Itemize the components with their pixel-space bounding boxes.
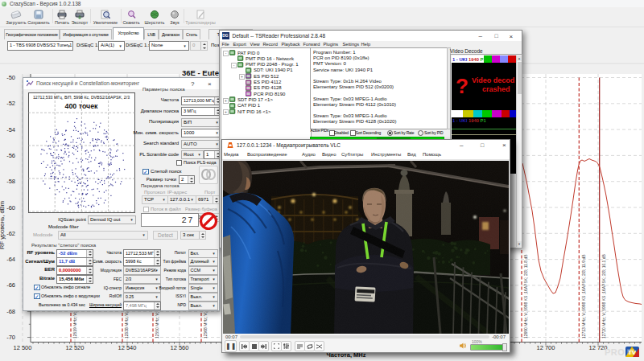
svg-text:12 500: 12 500	[14, 344, 32, 351]
svg-text:-62: -62	[6, 230, 15, 237]
svg-text:12 520: 12 520	[66, 344, 85, 351]
svg-text:-60: -60	[6, 204, 15, 211]
svg-text:-66: -66	[6, 281, 15, 289]
svg-text:12 560: 12 560	[171, 344, 189, 351]
svg-text:12 700: 12 700	[537, 344, 555, 351]
svg-text:12 540: 12 540	[118, 344, 137, 351]
svg-text:12690 MHz; V; 5998 KS ;16APSK;: 12690 MHz; V; 5998 KS ;16APSK; 2/3; 11.8…	[523, 254, 528, 338]
svg-text:12713 MHz; V; 5998 KS ;16APSK;: 12713 MHz; V; 5998 KS ;16APSK; 2/3; 11.9…	[581, 254, 586, 338]
svg-text:-58: -58	[6, 178, 15, 185]
svg-text:-70: -70	[6, 334, 15, 341]
svg-text:-52: -52	[6, 100, 15, 107]
svg-text:1 - UKI 1940 P1: 1 - UKI 1940 P1	[452, 57, 486, 62]
svg-text:RF уровень, dBm: RF уровень, dBm	[0, 201, 6, 249]
svg-text:-64: -64	[6, 256, 15, 263]
svg-text:12720 MHz; V; 5998 KS ;16APSK;: 12720 MHz; V; 5998 KS ;16APSK; 2/3; 10.1…	[601, 253, 606, 338]
svg-text:-56: -56	[6, 152, 15, 159]
svg-text:-68: -68	[6, 308, 15, 315]
svg-text:400 точек: 400 точек	[64, 102, 97, 110]
svg-text:-54: -54	[6, 126, 15, 133]
svg-text:-50: -50	[6, 74, 15, 81]
svg-text:TV: TV	[628, 349, 637, 356]
